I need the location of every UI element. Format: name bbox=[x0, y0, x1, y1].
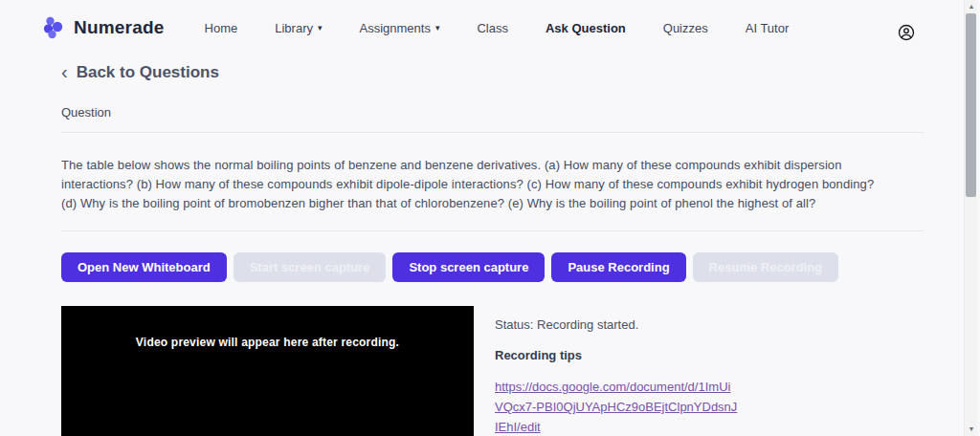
start-screen-capture-button: Start screen capture bbox=[234, 252, 387, 282]
nav-label: Class bbox=[477, 21, 508, 35]
recording-tips-heading: Recording tips bbox=[495, 348, 906, 362]
divider bbox=[61, 132, 924, 133]
nav-item-ai-tutor[interactable]: AI Tutor bbox=[746, 21, 790, 35]
divider bbox=[61, 230, 924, 231]
video-preview-placeholder: Video preview will appear here after rec… bbox=[136, 336, 399, 349]
question-text: The table below shows the normal boiling… bbox=[61, 156, 877, 213]
chevron-left-icon: ‹ bbox=[61, 62, 68, 81]
numerade-logo-icon bbox=[42, 15, 66, 40]
recorder-section: Video preview will appear here after rec… bbox=[61, 306, 924, 436]
nav-item-home[interactable]: Home bbox=[205, 21, 238, 35]
resume-recording-button: Resume Recording bbox=[693, 252, 838, 282]
vertical-scrollbar[interactable]: ▲ ▼ bbox=[964, 0, 977, 436]
recording-info-panel: Status: Recording started. Recording tip… bbox=[495, 306, 906, 436]
stop-screen-capture-button[interactable]: Stop screen capture bbox=[392, 252, 545, 282]
numerade-logo[interactable]: Numerade bbox=[42, 15, 165, 40]
nav-label: Assignments bbox=[360, 21, 431, 35]
main-content: ‹ Back to Questions Question The table b… bbox=[61, 55, 924, 436]
nav-item-assignments[interactable]: Assignments ▾ bbox=[360, 21, 440, 35]
scroll-up-icon[interactable]: ▲ bbox=[965, 1, 978, 12]
nav-item-quizzes[interactable]: Quizzes bbox=[663, 21, 708, 35]
back-link-label: Back to Questions bbox=[77, 63, 219, 82]
nav-item-library[interactable]: Library ▾ bbox=[275, 21, 322, 35]
question-section-label: Question bbox=[61, 105, 924, 120]
account-icon[interactable] bbox=[898, 24, 915, 41]
nav-label: Library bbox=[275, 21, 313, 35]
nav-item-ask-question[interactable]: Ask Question bbox=[546, 21, 626, 35]
nav-label: Home bbox=[205, 21, 238, 35]
nav-items: Home Library ▾ Assignments ▾ Class Ask Q… bbox=[205, 21, 790, 35]
nav-label: AI Tutor bbox=[746, 21, 790, 35]
recording-status-text: Status: Recording started. bbox=[495, 317, 906, 332]
pause-recording-button[interactable]: Pause Recording bbox=[551, 252, 685, 282]
scrollbar-thumb[interactable] bbox=[966, 13, 976, 197]
video-preview-panel: Video preview will appear here after rec… bbox=[61, 306, 474, 436]
chevron-down-icon: ▾ bbox=[318, 24, 323, 33]
open-new-whiteboard-button[interactable]: Open New Whiteboard bbox=[61, 252, 227, 282]
nav-item-class[interactable]: Class bbox=[477, 21, 508, 35]
scroll-down-icon[interactable]: ▼ bbox=[965, 424, 978, 435]
brand-name: Numerade bbox=[74, 17, 165, 38]
recording-toolbar: Open New Whiteboard Start screen capture… bbox=[61, 252, 924, 282]
back-to-questions-link[interactable]: ‹ Back to Questions bbox=[61, 63, 924, 82]
recording-tips-link[interactable]: https://docs.google.com/document/d/1ImUi… bbox=[495, 378, 739, 436]
chevron-down-icon: ▾ bbox=[435, 24, 440, 33]
nav-label: Ask Question bbox=[546, 21, 626, 35]
nav-label: Quizzes bbox=[663, 21, 708, 35]
top-navigation-bar: Numerade Home Library ▾ Assignments ▾ Cl… bbox=[0, 0, 967, 55]
